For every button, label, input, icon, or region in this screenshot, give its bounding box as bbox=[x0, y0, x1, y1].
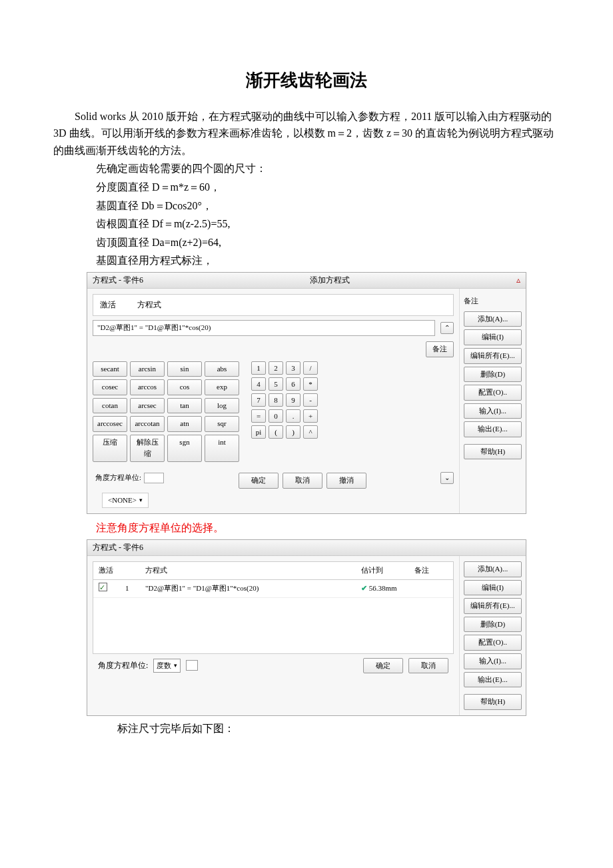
chevron-down-icon: ▾ bbox=[139, 495, 143, 505]
fn-arccotan[interactable]: arccotan bbox=[130, 416, 165, 432]
window-title-center: 添加方程式 bbox=[310, 274, 350, 287]
equation-input[interactable]: "D2@草图1" = "D1@草图1"*cos(20) bbox=[93, 320, 435, 336]
delete-button-2[interactable]: 删除(D) bbox=[464, 617, 522, 633]
num-caret[interactable]: ^ bbox=[303, 425, 318, 439]
fn-arccosec[interactable]: arccosec bbox=[93, 416, 127, 432]
edit-button-2[interactable]: 编辑(I) bbox=[464, 580, 522, 596]
num-9[interactable]: 9 bbox=[286, 393, 301, 407]
none-dropdown[interactable]: <NONE> ▾ bbox=[102, 493, 149, 509]
fn-tan[interactable]: tan bbox=[167, 398, 202, 414]
fn-sin[interactable]: sin bbox=[167, 361, 202, 377]
row-value: 56.38mm bbox=[369, 584, 397, 592]
intro-paragraph: Solid works 从 2010 版开始，在方程式驱动的曲线中可以输入参数方… bbox=[53, 108, 560, 159]
ok-button[interactable]: 确定 bbox=[239, 473, 279, 489]
angle-unit-select[interactable]: 度数 ▾ bbox=[153, 659, 181, 673]
export-button-2[interactable]: 输出(E)... bbox=[464, 672, 522, 688]
fn-compress[interactable]: 压缩 bbox=[93, 435, 127, 462]
angle-unit-label-2: 角度方程单位: bbox=[98, 659, 148, 672]
collapse-icon[interactable]: ⌃ bbox=[440, 322, 454, 334]
edit-all-button-2[interactable]: 编辑所有(E)... bbox=[464, 598, 522, 614]
num-pi[interactable]: pi bbox=[251, 425, 266, 439]
dialog2-title: 方程式 - 零件6 bbox=[93, 541, 143, 554]
close-icon[interactable]: ▵ bbox=[516, 274, 520, 287]
fn-cosec[interactable]: cosec bbox=[93, 379, 127, 395]
calc-line-5: 基圆直径用方程式标注， bbox=[53, 252, 560, 269]
num-1[interactable]: 1 bbox=[251, 361, 266, 375]
import-button-2[interactable]: 输入(I)... bbox=[464, 653, 522, 669]
num-lparen[interactable]: ( bbox=[269, 425, 283, 439]
num-div[interactable]: / bbox=[303, 361, 318, 375]
th-value: 估计到 bbox=[361, 565, 414, 577]
num-sub[interactable]: - bbox=[303, 393, 318, 407]
fn-arccos[interactable]: arccos bbox=[130, 379, 165, 395]
row-index: 1 bbox=[125, 583, 145, 595]
expand-icon[interactable]: ⌄ bbox=[440, 472, 454, 484]
export-button[interactable]: 输出(E)... bbox=[464, 421, 522, 437]
fn-cos[interactable]: cos bbox=[167, 379, 202, 395]
fn-uncompress[interactable]: 解除压缩 bbox=[130, 435, 165, 462]
red-note: 注意角度方程单位的选择。 bbox=[53, 519, 560, 537]
function-pad: secant arcsin sin abs cosec arccos cos e… bbox=[93, 361, 239, 463]
angle-unit-input[interactable] bbox=[144, 473, 164, 483]
cancel-button-2[interactable]: 取消 bbox=[408, 658, 448, 674]
undo-button[interactable]: 撤消 bbox=[326, 473, 366, 489]
after-text: 标注尺寸完毕后如下图： bbox=[53, 720, 560, 737]
fn-exp[interactable]: exp bbox=[205, 379, 239, 395]
delete-button[interactable]: 删除(D) bbox=[464, 367, 522, 383]
fn-sqr[interactable]: sqr bbox=[205, 416, 239, 432]
num-6[interactable]: 6 bbox=[286, 377, 301, 391]
th-active: 激活 bbox=[99, 565, 125, 577]
calc-line-4: 齿顶圆直径 Da=m(z+2)=64, bbox=[53, 234, 560, 251]
fn-arcsec[interactable]: arcsec bbox=[130, 398, 165, 414]
fn-secant[interactable]: secant bbox=[93, 361, 127, 377]
edit-all-button[interactable]: 编辑所有(E)... bbox=[464, 348, 522, 364]
angle-unit-label: 角度方程单位: bbox=[93, 469, 144, 487]
table-row[interactable]: 1 "D2@草图1" = "D1@草图1"*cos(20) ✔ 56.38mm bbox=[93, 580, 453, 599]
col-equation: 方程式 bbox=[137, 299, 161, 311]
config-button[interactable]: 配置(O).. bbox=[464, 385, 522, 401]
fn-cotan[interactable]: cotan bbox=[93, 398, 127, 414]
num-mul[interactable]: * bbox=[303, 377, 318, 391]
th-equation: 方程式 bbox=[145, 565, 361, 577]
col-activate: 激活 bbox=[100, 299, 116, 311]
num-2[interactable]: 2 bbox=[269, 361, 283, 375]
add-equation-dialog: 方程式 - 零件6 添加方程式 ▵ 激活 方程式 "D2@草图1" = "D1@… bbox=[87, 272, 526, 514]
cancel-button[interactable]: 取消 bbox=[283, 473, 322, 489]
calc-line-1: 分度圆直径 D＝m*z＝60， bbox=[53, 179, 560, 196]
calc-line-3: 齿根圆直径 Df＝m(z-2.5)=55, bbox=[53, 215, 560, 233]
num-add[interactable]: + bbox=[303, 409, 318, 423]
num-3[interactable]: 3 bbox=[286, 361, 301, 375]
filter-icon[interactable] bbox=[186, 660, 198, 671]
equations-table: 激活 方程式 估计到 备注 1 "D2@草图1" = "D1@草图1"*cos(… bbox=[93, 561, 454, 654]
add-button[interactable]: 添加(A)... bbox=[464, 311, 522, 327]
active-checkbox[interactable] bbox=[99, 583, 107, 591]
fn-sgn[interactable]: sgn bbox=[167, 435, 202, 462]
calc-line-0: 先确定画齿轮需要的四个圆的尺寸： bbox=[53, 160, 560, 177]
num-eq[interactable]: = bbox=[251, 409, 266, 423]
import-button[interactable]: 输入(I)... bbox=[464, 403, 522, 419]
num-dot[interactable]: . bbox=[286, 409, 301, 423]
calc-line-2: 基圆直径 Db＝Dcos20°， bbox=[53, 197, 560, 215]
fn-log[interactable]: log bbox=[205, 398, 239, 414]
ok-button-2[interactable]: 确定 bbox=[363, 658, 403, 674]
fn-abs[interactable]: abs bbox=[205, 361, 239, 377]
fn-atn[interactable]: atn bbox=[167, 416, 202, 432]
help-button[interactable]: 帮助(H) bbox=[464, 444, 522, 460]
window-title-left: 方程式 - 零件6 bbox=[93, 274, 143, 287]
fn-arcsin[interactable]: arcsin bbox=[130, 361, 165, 377]
help-button-2[interactable]: 帮助(H) bbox=[464, 694, 522, 710]
num-0[interactable]: 0 bbox=[269, 409, 283, 423]
fn-int[interactable]: int bbox=[205, 435, 239, 462]
dialog2-titlebar: 方程式 - 零件6 bbox=[87, 540, 526, 556]
add-button-2[interactable]: 添加(A)... bbox=[464, 561, 522, 577]
num-4[interactable]: 4 bbox=[251, 377, 266, 391]
num-5[interactable]: 5 bbox=[269, 377, 283, 391]
angle-unit-value: 度数 bbox=[157, 660, 171, 672]
config-button-2[interactable]: 配置(O).. bbox=[464, 635, 522, 651]
note-button[interactable]: 备注 bbox=[426, 341, 454, 357]
num-7[interactable]: 7 bbox=[251, 393, 266, 407]
num-8[interactable]: 8 bbox=[269, 393, 283, 407]
edit-button[interactable]: 编辑(I) bbox=[464, 329, 522, 345]
num-rparen[interactable]: ) bbox=[286, 425, 301, 439]
equations-list-dialog: 方程式 - 零件6 激活 方程式 估计到 备注 1 "D2@草图1" = "D1… bbox=[87, 539, 526, 716]
